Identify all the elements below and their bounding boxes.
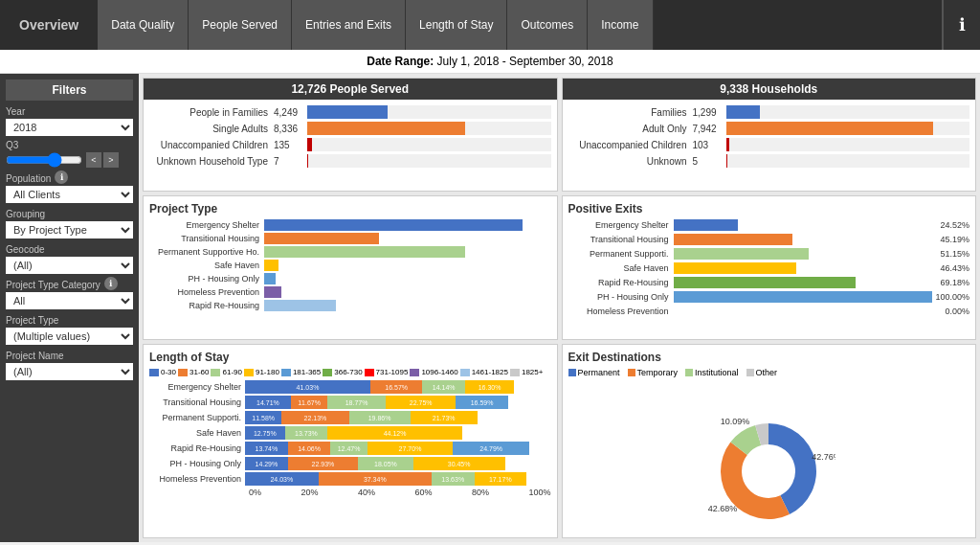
exit-bar xyxy=(674,291,933,303)
tab-outcomes[interactable]: Outcomes xyxy=(507,0,588,50)
stat-bar xyxy=(726,154,727,168)
tab-people-served[interactable]: People Served xyxy=(189,0,292,50)
exit-bar xyxy=(674,277,857,288)
los-segment: 44.12% xyxy=(327,426,462,440)
population-select[interactable]: All Clients xyxy=(6,186,133,203)
info-button[interactable]: ℹ xyxy=(942,0,980,50)
los-segment: 17.17% xyxy=(475,472,526,486)
project-type-row: Safe Haven xyxy=(149,260,551,271)
los-legend-color xyxy=(244,369,254,376)
los-legend-color xyxy=(323,369,332,376)
quarter-prev-btn[interactable]: < xyxy=(86,152,101,168)
proj-bar xyxy=(264,260,278,271)
main-layout: Filters Year 2018 Q3 < > Population ℹ Al… xyxy=(0,74,980,542)
los-legend-item: 0-30 xyxy=(149,368,176,376)
proj-bar-wrap xyxy=(264,260,551,271)
los-bar-wrap: 14.71%11.67%18.77%22.75%16.59% xyxy=(245,396,551,409)
los-label: Emergency Shelter xyxy=(149,382,245,392)
project-type-cat-info-icon[interactable]: ℹ xyxy=(104,277,118,290)
los-label: Transitional Housing xyxy=(149,397,245,407)
stat-label: Unknown Household Type xyxy=(149,156,274,167)
stat-bar xyxy=(726,122,933,135)
population-info-icon[interactable]: ℹ xyxy=(55,170,68,184)
geocode-select[interactable]: (All) xyxy=(6,257,133,274)
exit-dest-title: Exit Destinations xyxy=(568,351,970,364)
los-segment: 37.34% xyxy=(319,472,432,486)
exit-dest-legend-item: Other xyxy=(746,368,778,377)
grouping-select[interactable]: By Project Type xyxy=(6,221,133,238)
households-rows: Families 1,299 Adult Only 7,942 Unaccomp… xyxy=(568,105,970,168)
exit-dest-legend-item: Institutional xyxy=(685,368,739,377)
los-segment: 22.93% xyxy=(288,457,358,470)
content-area: 12,726 People Served People in Families … xyxy=(139,74,980,542)
proj-bar xyxy=(264,300,336,311)
exit-dest-legend: PermanentTemporaryInstitutionalOther xyxy=(568,368,970,377)
project-name-label: Project Name xyxy=(6,351,133,361)
exit-bar xyxy=(674,219,739,231)
people-served-panel: 12,726 People Served People in Families … xyxy=(143,78,558,192)
donut-wrap: 42.76%42.68%10.09% xyxy=(702,404,835,538)
top-nav: Overview Data Quality People Served Entr… xyxy=(0,0,980,50)
legend-dot xyxy=(628,369,635,376)
los-segment: 41.03% xyxy=(245,380,370,394)
proj-bar xyxy=(264,219,523,231)
los-segment: 18.05% xyxy=(358,457,413,470)
los-segment: 14.06% xyxy=(288,442,331,455)
legend-label: Permanent xyxy=(578,368,620,377)
tab-data-quality[interactable]: Data Quality xyxy=(98,0,189,50)
los-row: Emergency Shelter 41.03%16.57%14.14%16.3… xyxy=(149,380,551,394)
households-row: Unaccompanied Children 103 xyxy=(568,138,970,151)
donut-pct-label: 42.76% xyxy=(812,452,835,462)
los-bar-wrap: 24.03%37.34%13.63%17.17% xyxy=(245,472,551,486)
quarter-label: Q3 xyxy=(6,140,18,150)
stat-bar xyxy=(726,105,761,119)
project-name-select[interactable]: (All) xyxy=(6,363,133,380)
los-row: Permanent Supporti. 11.58%22.13%19.86%21… xyxy=(149,411,551,424)
project-type-cat-select[interactable]: All xyxy=(6,292,133,309)
proj-bar-wrap xyxy=(264,219,551,231)
los-bar-wrap: 13.74%14.06%12.47%27.70%24.79% xyxy=(245,442,551,455)
los-segment: 12.47% xyxy=(330,442,367,455)
los-legend-label: 91-180 xyxy=(256,368,279,376)
proj-label: Permanent Supportive Ho. xyxy=(149,247,264,257)
project-type-title: Project Type xyxy=(149,202,551,216)
stat-label: Unaccompanied Children xyxy=(149,140,274,150)
tab-length-of-stay[interactable]: Length of Stay xyxy=(406,0,507,50)
stat-value: 103 xyxy=(693,140,726,150)
los-label: Permanent Supporti. xyxy=(149,413,245,422)
los-legend-item: 91-180 xyxy=(244,368,279,376)
nav-overview: Overview xyxy=(0,17,98,33)
los-label: Rapid Re-Housing xyxy=(149,443,245,453)
los-legend-label: 1825+ xyxy=(522,368,543,376)
year-filter-select[interactable]: 2018 xyxy=(6,119,133,136)
grouping-label: Grouping xyxy=(6,209,133,219)
stat-bar xyxy=(726,138,730,151)
proj-bar-wrap xyxy=(264,233,551,244)
tab-income[interactable]: Income xyxy=(588,0,653,50)
exit-label: Emergency Shelter xyxy=(568,220,674,230)
los-segment: 24.79% xyxy=(453,442,529,455)
proj-bar xyxy=(264,273,276,284)
stat-value: 8,336 xyxy=(274,124,307,134)
los-axis-label: 20% xyxy=(301,488,318,497)
positive-exits-panel: Positive Exits Emergency Shelter 24.52% … xyxy=(562,195,977,341)
stat-bar-wrap xyxy=(307,138,551,151)
exit-dest-legend-item: Temporary xyxy=(628,368,679,377)
los-segment: 13.74% xyxy=(245,442,288,455)
los-label: Homeless Prevention xyxy=(149,474,245,484)
project-type-select[interactable]: (Multiple values) xyxy=(6,328,133,345)
los-segment: 11.58% xyxy=(245,411,281,424)
positive-exit-row: Homeless Prevention 0.00% xyxy=(568,306,970,317)
stat-label: Unknown xyxy=(568,156,693,167)
positive-exit-row: Transitional Housing 45.19% xyxy=(568,234,970,245)
exit-pct: 45.19% xyxy=(940,235,969,244)
quarter-slider[interactable] xyxy=(6,152,82,168)
exit-label: Safe Haven xyxy=(568,263,674,273)
proj-bar-wrap xyxy=(264,273,551,284)
los-axis-label: 0% xyxy=(249,488,261,497)
quarter-next-btn[interactable]: > xyxy=(103,152,119,168)
project-type-label: Project Type xyxy=(6,315,133,326)
date-range-bar: Date Range: July 1, 2018 - September 30,… xyxy=(0,50,980,74)
positive-exit-row: Permanent Supporti. 51.15% xyxy=(568,248,970,260)
tab-entries-exits[interactable]: Entries and Exits xyxy=(292,0,406,50)
